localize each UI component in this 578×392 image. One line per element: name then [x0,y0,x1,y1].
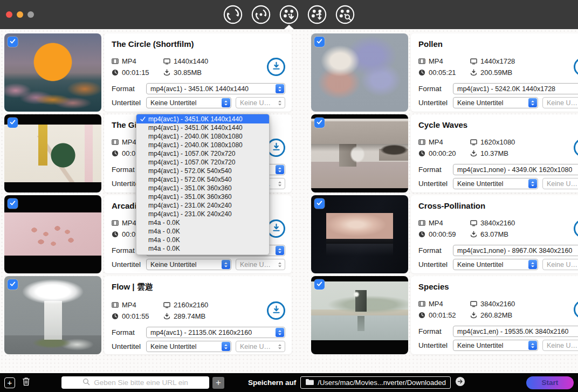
video-title: Pollen [418,39,578,49]
download-button[interactable] [574,58,578,76]
video-title: Flow | 雲遊 [112,282,285,292]
stepper-icon [276,165,284,174]
video-checkbox[interactable] [314,279,325,290]
video-thumbnail[interactable] [311,276,408,354]
dropdown-option[interactable]: m4a - 0.0K [136,244,269,253]
subtitle-select[interactable]: Keine Untertitel [453,340,538,351]
dropdown-option[interactable]: m4a - 0.0K [136,218,269,227]
stepper-icon [528,341,537,350]
add-to-list-button[interactable]: + [212,377,224,389]
dropdown-option[interactable]: mp4(avc1) - 231.0K 240x240 [136,201,269,210]
download-button[interactable] [574,300,578,319]
download-button[interactable] [267,301,285,320]
format-label: Format [418,327,453,335]
subtitle-select[interactable]: Keine Untertitel [146,341,231,352]
video-checkbox[interactable] [8,118,18,128]
video-checkbox[interactable] [8,279,18,290]
video-compress-icon[interactable] [307,4,327,25]
subtitle-select-secondary: Keine Untertitel [542,340,578,351]
format-select[interactable]: mp4(avc1) - 3451.0K 1440x1440 [146,83,285,94]
video-checkbox[interactable] [314,198,325,209]
dropdown-option[interactable]: mp4(avc1) - 1057.0K 720x720 [136,158,269,167]
video-container: MP4 [429,138,443,146]
stepper-icon [276,246,284,255]
filesize-icon [470,69,477,76]
video-info-panel: Species MP4 00:01:52 3840x2160 260.82MB … [411,276,578,354]
video-info-panel: Flow | 雲遊 MP4 00:01:55 2160x2160 289.74M… [104,276,292,354]
save-path: /Users/mac/Movies...nverter/Downloaded [318,379,446,387]
video-resolution: 3840x2160 [480,219,515,227]
format-label: Format [112,328,146,336]
subtitle-select[interactable]: Keine Untertitel [453,178,538,189]
dropdown-option[interactable]: mp4(avc1) - 3451.0K 1440x1440 [136,114,269,123]
check-icon [316,280,323,290]
video-thumbnail[interactable] [4,276,101,354]
convert-icon[interactable] [223,4,243,25]
video-container: MP4 [429,219,443,227]
video-thumbnail[interactable] [4,33,101,112]
download-button[interactable] [267,58,285,76]
video-container: MP4 [122,301,136,309]
dropdown-option[interactable]: mp4(avc1) - 351.0K 360x360 [136,192,269,201]
video-checkbox[interactable] [8,198,18,209]
subtitle-select[interactable]: Keine Untertitel [146,97,231,108]
download-button[interactable] [574,219,578,238]
rotate-convert-icon[interactable] [251,4,271,25]
filesize-icon [470,231,477,238]
video-duration: 00:01:52 [429,311,456,319]
dropdown-option[interactable]: mp4(avc1) - 572.0K 540x540 [136,167,269,175]
video-thumbnail[interactable] [311,33,408,112]
clock-icon [112,150,119,157]
add-url-button[interactable]: + [4,377,15,388]
download-button[interactable] [574,139,578,157]
subtitle-select[interactable]: Keine Untertitel [453,259,538,270]
format-select[interactable]: mp4(avc1) - 5242.0K 1440x1728 [453,83,578,94]
subtitle-select[interactable]: Keine Untertitel [146,259,231,270]
video-thumbnail[interactable] [311,195,408,273]
video-checkbox[interactable] [314,118,325,128]
minimize-window-button[interactable] [17,11,23,18]
video-card: Pollen MP4 00:05:21 1440x1728 200.59MB F… [311,33,578,112]
start-button[interactable]: Start [526,376,574,389]
dropdown-option[interactable]: m4a - 0.0K [136,227,269,236]
dropdown-option[interactable]: mp4(avc1) - 231.0K 240x240 [136,210,269,218]
dropdown-option[interactable]: mp4(avc1) - 351.0K 360x360 [136,184,269,192]
url-input[interactable]: Geben Sie bitte eine URL ein [61,376,209,389]
stepper-icon [276,342,284,351]
video-title: Species [418,282,578,291]
format-select[interactable]: mp4(avc1,en) - 19535.0K 3840x2160 [453,326,578,337]
trash-icon [22,377,30,388]
check-icon [316,199,323,209]
zoom-window-button[interactable] [27,11,34,18]
video-thumbnail[interactable] [4,114,101,192]
active-tab-pointer [284,25,294,29]
subtitle-label: Untertitel [418,99,453,107]
close-window-button[interactable] [6,11,12,18]
video-thumbnail[interactable] [4,195,101,273]
subtitle-select[interactable]: Keine Untertitel [453,97,538,108]
video-download-icon[interactable] [279,4,299,25]
download-icon [271,305,281,317]
video-search-icon[interactable] [335,4,355,25]
monitor-icon [163,301,170,308]
format-select[interactable]: mp4(avc1) - 21135.0K 2160x2160 [146,327,285,338]
dropdown-option[interactable]: mp4(avc1) - 3451.0K 1440x1440 [136,123,269,132]
format-select[interactable]: mp4(avc1,none) - 4349.0K 1620x1080 [453,164,578,175]
dropdown-option[interactable]: mp4(avc1) - 1057.0K 720x720 [136,149,269,158]
format-select[interactable]: mp4(avc1,none) - 8967.0K 3840x2160 [453,245,578,256]
download-button[interactable] [267,139,285,157]
video-checkbox[interactable] [314,37,325,47]
download-button[interactable] [267,219,285,238]
dropdown-option[interactable]: mp4(avc1) - 2040.0K 1080x1080 [136,141,269,149]
film-icon [112,58,119,65]
delete-button[interactable] [22,377,30,388]
video-checkbox[interactable] [8,37,18,47]
dropdown-option[interactable]: m4a - 0.0K [136,236,269,244]
dropdown-option[interactable]: mp4(avc1) - 2040.0K 1080x1080 [136,132,269,141]
video-thumbnail[interactable] [311,114,408,192]
save-path-selector[interactable]: /Users/mac/Movies...nverter/Downloaded [300,376,451,389]
video-card: Cross-Pollination MP4 00:00:59 3840x2160… [311,195,578,273]
video-card: The Circle (Shortfilm) MP4 00:01:15 1440… [4,33,292,112]
dropdown-option[interactable]: mp4(avc1) - 572.0K 540x540 [136,175,269,184]
open-folder-button[interactable] [455,376,465,389]
